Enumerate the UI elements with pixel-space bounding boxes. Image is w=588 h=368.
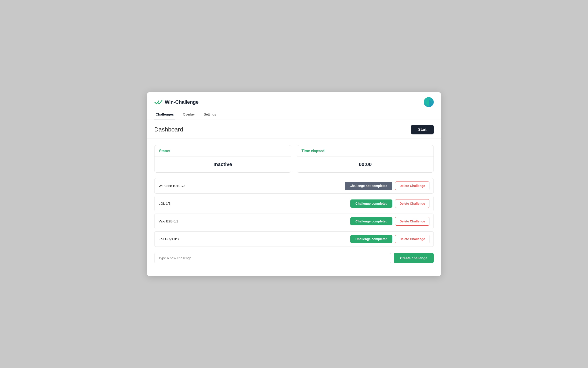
nav-overlay[interactable]: Overlay [182, 110, 196, 120]
app-title: Win-Challenge [165, 99, 199, 105]
challenge-actions-2: Challenge completed Delete Challenge [350, 217, 430, 226]
delete-challenge-button-3[interactable]: Delete Challenge [395, 235, 430, 243]
status-card: Status Inactive [154, 145, 291, 173]
challenge-row: Fall Guys 0/3 Challenge completed Delete… [154, 231, 434, 247]
delete-challenge-button-2[interactable]: Delete Challenge [395, 217, 430, 226]
challenge-name-3: Fall Guys 0/3 [158, 237, 179, 241]
challenge-name-1: LOL 1/3 [158, 202, 171, 205]
challenge-status-button-2[interactable]: Challenge completed [350, 217, 392, 225]
time-card: Time elapsed 00:00 [297, 145, 434, 173]
nav: Challenges Overlay Settings [147, 110, 441, 120]
nav-challenges[interactable]: Challenges [154, 110, 175, 120]
new-challenge-input[interactable] [154, 253, 391, 263]
create-challenge-button[interactable]: Create challenge [394, 253, 434, 263]
page-title: Dashboard [154, 126, 183, 133]
header: Win-Challenge [147, 92, 441, 107]
logo-area: Win-Challenge [154, 99, 199, 105]
avatar [424, 97, 434, 107]
challenge-row: Warzone B2B 2/2 Challenge not completed … [154, 178, 434, 193]
time-card-header: Time elapsed [297, 145, 433, 156]
challenge-actions-3: Challenge completed Delete Challenge [350, 235, 430, 243]
challenge-name-0: Warzone B2B 2/2 [158, 184, 185, 188]
challenge-list: Warzone B2B 2/2 Challenge not completed … [147, 173, 441, 249]
status-card-value: Inactive [155, 156, 291, 172]
challenge-row: LOL 1/3 Challenge completed Delete Chall… [154, 196, 434, 211]
status-card-header: Status [155, 145, 291, 156]
delete-challenge-button-1[interactable]: Delete Challenge [395, 199, 430, 208]
challenge-actions-0: Challenge not completed Delete Challenge [345, 182, 430, 190]
challenge-status-button-0[interactable]: Challenge not completed [345, 182, 392, 190]
delete-challenge-button-0[interactable]: Delete Challenge [395, 182, 430, 190]
challenge-actions-1: Challenge completed Delete Challenge [350, 199, 430, 208]
logo-icon [154, 99, 162, 105]
cards-row: Status Inactive Time elapsed 00:00 [147, 139, 441, 173]
challenge-status-button-1[interactable]: Challenge completed [350, 200, 392, 208]
avatar-icon [426, 98, 432, 106]
new-challenge-row: Create challenge [147, 249, 441, 270]
app-window: Win-Challenge Challenges Overlay Setting… [147, 92, 441, 276]
time-card-value: 00:00 [297, 156, 433, 172]
dashboard-header: Dashboard Start [147, 120, 441, 139]
challenge-row: Valo B2B 0/1 Challenge completed Delete … [154, 213, 434, 229]
challenge-status-button-3[interactable]: Challenge completed [350, 235, 392, 243]
nav-settings[interactable]: Settings [202, 110, 218, 120]
challenge-name-2: Valo B2B 0/1 [158, 219, 178, 223]
start-button[interactable]: Start [411, 125, 434, 134]
